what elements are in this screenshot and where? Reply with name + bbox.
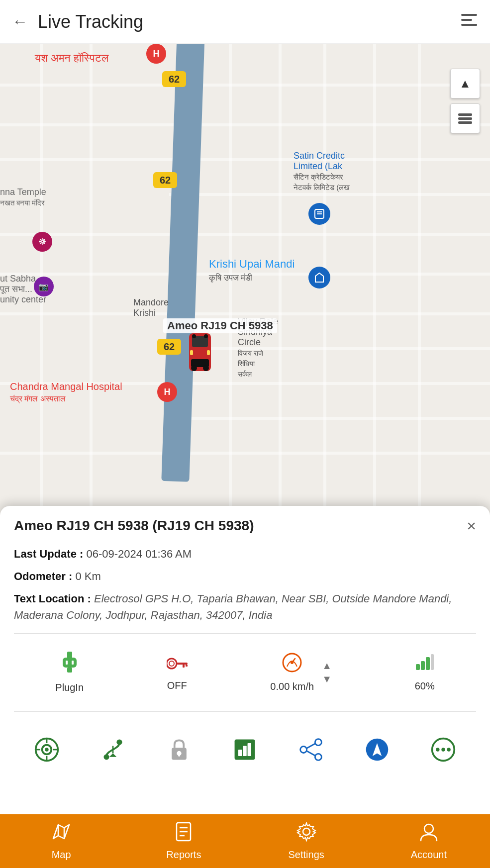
action-locate-button[interactable] (29, 732, 65, 768)
plugin-label: PlugIn (55, 682, 84, 693)
status-speed: 0.00 km/h ▲ ▼ (270, 653, 332, 692)
plugin-icon (61, 652, 79, 677)
label-chandra-mangal: Chandra Mangal Hospitalचंद्र मंगल अस्पता… (10, 381, 122, 404)
nav-item-settings[interactable]: Settings (245, 822, 368, 861)
speed-label: 0.00 km/h (270, 681, 314, 692)
vehicle-map-label: Ameo RJ19 CH 5938 (163, 318, 277, 333)
label-krishi-mandi: Krishi Upai Mandiकृषि उपज मंडी (209, 258, 294, 284)
last-update-row: Last Update : 06-09-2024 01:36 AM (14, 546, 476, 562)
svg-rect-20 (63, 658, 77, 668)
svg-rect-11 (207, 350, 210, 355)
panel-divider-1 (14, 633, 476, 634)
svg-point-69 (303, 828, 310, 835)
road-badge-62-3: 62 (157, 339, 181, 355)
key-icon (167, 654, 188, 675)
status-signal: 60% (415, 653, 435, 692)
svg-rect-22 (66, 661, 68, 665)
svg-rect-17 (458, 117, 472, 120)
svg-point-14 (192, 334, 196, 338)
speed-up-arrow[interactable]: ▲ (322, 660, 332, 672)
poi-satin-credit (308, 203, 330, 225)
status-plugin: PlugIn (55, 652, 84, 693)
back-button[interactable]: ← (12, 12, 28, 31)
map-area[interactable]: 62 62 62 H ☸ 📷 H 🍴 यश अमन हॉस्पिटल Satin… (0, 44, 490, 868)
label-temple: nna Templeनखत बनया मंदिर (0, 187, 46, 208)
nav-label-reports: Reports (166, 849, 201, 861)
svg-point-55 (300, 747, 307, 753)
svg-rect-3 (473, 24, 477, 26)
vehicle-car-icon[interactable] (187, 332, 213, 374)
status-key: OFF (167, 654, 188, 691)
map-nav-icon (51, 822, 71, 846)
last-update-label: Last Update : (14, 548, 83, 560)
speed-arrows[interactable]: ▲ ▼ (322, 660, 332, 685)
poi-krishi-mandi (308, 267, 330, 289)
signal-icon (416, 653, 434, 675)
svg-point-62 (447, 748, 450, 751)
hospital-marker-top: H (146, 44, 166, 64)
svg-rect-52 (248, 743, 251, 756)
nav-label-map: Map (52, 849, 71, 861)
info-panel: Ameo RJ19 CH 5938 (RJ19 CH 5938) × Last … (0, 506, 490, 814)
layers-button[interactable] (450, 103, 480, 133)
nav-label-settings: Settings (288, 849, 324, 861)
panel-divider-2 (14, 711, 476, 712)
odometer-value: 0 Km (75, 570, 100, 582)
action-navigate-button[interactable] (359, 732, 395, 768)
action-share-button[interactable] (293, 732, 329, 768)
hospital-marker-bottom: H (157, 382, 177, 402)
svg-rect-18 (458, 121, 472, 124)
svg-rect-23 (72, 661, 74, 665)
poi-temple: ☸ (32, 232, 52, 252)
panel-title: Ameo RJ19 CH 5938 (RJ19 CH 5938) (14, 518, 254, 534)
panel-close-button[interactable]: × (467, 518, 476, 534)
svg-rect-16 (458, 113, 472, 116)
settings-nav-icon (296, 822, 316, 846)
svg-point-31 (291, 661, 294, 664)
svg-rect-51 (243, 746, 247, 756)
account-nav-icon (419, 822, 439, 846)
road-badge-62-2: 62 (153, 172, 177, 188)
odometer-label: Odometer : (14, 570, 72, 582)
label-sabha: ut Sabhaपूत सभा...unity center (0, 274, 46, 305)
svg-rect-35 (431, 654, 434, 670)
action-chart-button[interactable] (227, 732, 263, 768)
svg-rect-50 (238, 750, 242, 756)
bottom-navigation: Map Reports Settings (0, 814, 490, 868)
svg-rect-33 (421, 661, 425, 670)
nav-item-account[interactable]: Account (368, 822, 490, 861)
compass-button[interactable]: ▲ (450, 69, 480, 98)
nav-item-map[interactable]: Map (0, 822, 122, 861)
action-route-button[interactable] (95, 732, 131, 768)
svg-rect-48 (178, 753, 180, 757)
menu-icon[interactable] (460, 11, 478, 32)
odometer-row: Odometer : 0 Km (14, 568, 476, 584)
panel-header: Ameo RJ19 CH 5938 (RJ19 CH 5938) × (14, 518, 476, 534)
speed-down-arrow[interactable]: ▼ (322, 674, 332, 685)
location-label: Text Location : (14, 592, 91, 605)
svg-point-61 (441, 748, 445, 751)
svg-point-12 (191, 365, 197, 371)
page-title: Live Tracking (38, 11, 460, 32)
svg-point-43 (103, 754, 109, 760)
svg-rect-21 (67, 668, 72, 673)
action-lock-button[interactable] (161, 732, 197, 768)
action-more-button[interactable] (425, 732, 461, 768)
label-satin: Satin CreditcLimited (Lakसैटिन क्रेडिटके… (294, 151, 350, 193)
svg-point-13 (203, 365, 209, 371)
reports-nav-icon (174, 822, 194, 846)
location-row: Text Location : Electrosol GPS H.O, Tapa… (14, 590, 476, 623)
nav-item-reports[interactable]: Reports (122, 822, 245, 861)
svg-rect-34 (426, 657, 430, 670)
label-hospital-top: यश अमन हॉस्पिटल (35, 52, 108, 65)
svg-point-70 (424, 824, 433, 833)
svg-rect-1 (461, 19, 472, 21)
svg-point-44 (116, 740, 122, 745)
last-update-value: 06-09-2024 01:36 AM (86, 548, 192, 560)
svg-rect-28 (186, 665, 188, 667)
svg-point-25 (169, 661, 174, 666)
svg-point-15 (204, 334, 208, 338)
svg-rect-0 (461, 14, 477, 16)
svg-point-53 (315, 739, 322, 746)
svg-point-54 (315, 754, 322, 760)
